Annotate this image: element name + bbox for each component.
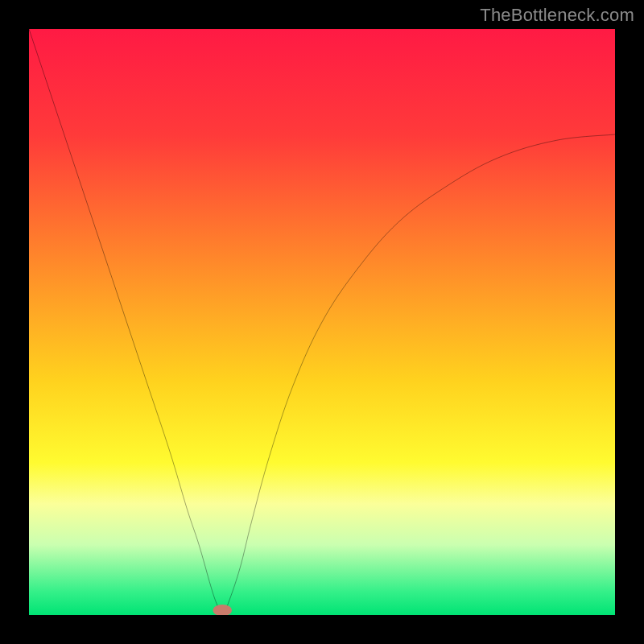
svg-rect-0	[29, 29, 615, 615]
gradient-background	[29, 29, 615, 615]
plot-area	[29, 29, 615, 615]
watermark-text: TheBottleneck.com	[480, 5, 634, 26]
chart-container: TheBottleneck.com	[0, 0, 644, 644]
